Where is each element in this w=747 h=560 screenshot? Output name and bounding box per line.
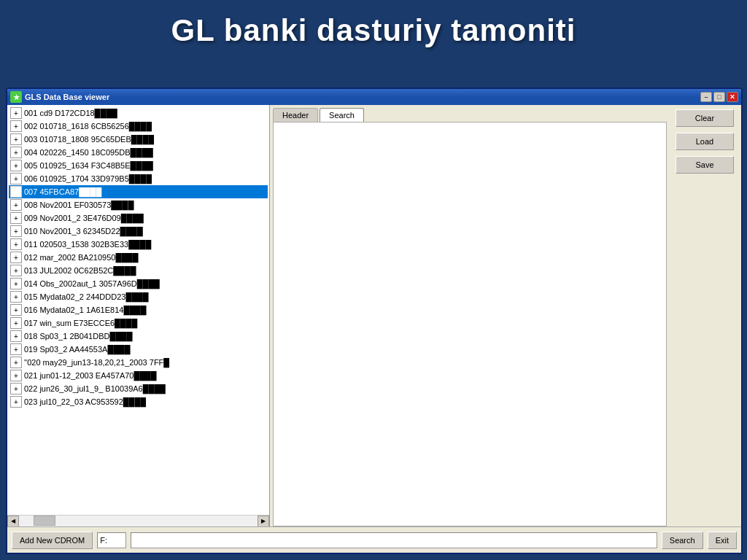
tree-item-label: 017 win_sum E73ECCE6████	[24, 319, 137, 327]
expand-icon[interactable]: +	[10, 133, 22, 145]
tree-item[interactable]: +005 010925_1634 F3C48B5E████	[9, 159, 268, 172]
add-cdrom-button[interactable]: Add New CDROM	[12, 532, 93, 549]
expand-icon[interactable]: +	[10, 278, 22, 289]
tree-item[interactable]: +006 010925_1704 33D979B5████	[9, 172, 268, 185]
expand-icon[interactable]: +	[10, 291, 22, 303]
scroll-thumb[interactable]	[34, 516, 55, 526]
app-icon: ★	[10, 91, 22, 103]
expand-icon[interactable]: +	[10, 396, 22, 408]
tree-item[interactable]: +016 Mydata02_1 1A61E814████	[9, 303, 268, 316]
expand-icon[interactable]: +	[10, 357, 22, 368]
tree-item-label: 006 010925_1704 33D979B5████	[24, 174, 152, 183]
tree-item[interactable]: +017 win_sum E73ECCE6████	[9, 316, 268, 330]
expand-icon[interactable]: +	[10, 173, 22, 184]
tab-search[interactable]: Search	[320, 108, 364, 122]
save-button[interactable]: Save	[676, 156, 734, 174]
tree-item-label: 002 010718_1618 6CB56256████	[24, 122, 152, 131]
clear-button[interactable]: Clear	[676, 109, 734, 127]
title-bar-left: ★ GLS Data Base viewer	[10, 91, 109, 103]
expand-icon[interactable]: +	[10, 147, 22, 158]
window-controls: – □ ✕	[700, 92, 738, 102]
tree-item[interactable]: +002 010718_1618 6CB56256████	[9, 120, 268, 133]
load-button[interactable]: Load	[676, 133, 734, 150]
expand-icon[interactable]: +	[10, 252, 22, 263]
app-window: ★ GLS Data Base viewer – □ ✕ +001 cd9 D1…	[6, 88, 743, 554]
right-buttons-panel: Clear Load Save	[668, 105, 741, 526]
bottom-bar: Add New CDROM Search Exit	[7, 526, 741, 553]
tree-item-label: 014 Obs_2002aut_1 3057A96D████	[24, 279, 160, 288]
expand-icon[interactable]: +	[10, 330, 22, 342]
tree-item[interactable]: +014 Obs_2002aut_1 3057A96D████	[9, 277, 268, 290]
tree-item-label: 008 Nov2001 EF030573████	[24, 201, 133, 209]
tree-item-label: 004 020226_1450 18C095DB████	[24, 148, 153, 157]
tree-item-label: 013 JUL2002 0C62B52C████	[24, 266, 136, 275]
window-title: GLS Data Base viewer	[25, 93, 109, 101]
tree-item-label: 016 Mydata02_1 1A61E814████	[24, 306, 147, 314]
title-banner: GL banki dasturiy tamoniti	[0, 0, 747, 58]
tree-item[interactable]: +011 020503_1538 302B3E33████	[9, 238, 268, 251]
tree-item[interactable]: +015 Mydata02_2 244DDD23████	[9, 290, 268, 303]
expand-icon[interactable]: +	[10, 186, 22, 198]
drive-input[interactable]	[97, 532, 126, 548]
tree-item-label: 018 Sp03_1 2B041DBD████	[24, 332, 133, 341]
expand-icon[interactable]: +	[10, 238, 22, 250]
tree-item[interactable]: +010 Nov2001_3 62345D22████	[9, 225, 268, 238]
left-panel: +001 cd9 D172CD18████+002 010718_1618 6C…	[7, 105, 270, 526]
expand-icon[interactable]: +	[10, 304, 22, 316]
tree-container[interactable]: +001 cd9 D172CD18████+002 010718_1618 6C…	[7, 105, 269, 515]
tab-header[interactable]: Header	[273, 108, 318, 122]
tree-item-label: 001 cd9 D172CD18████	[24, 109, 117, 117]
search-input[interactable]	[131, 532, 657, 548]
tree-item[interactable]: +022 jun26_30_jul1_9_ B10039A6████	[9, 382, 268, 395]
tree-item[interactable]: +007 45FBCA87████	[9, 185, 268, 198]
tree-item-label: 023 jul10_22_03 AC953592████	[24, 397, 146, 406]
content-area	[273, 122, 667, 526]
tree-item-label: 007 45FBCA87████	[24, 187, 101, 196]
horizontal-scrollbar[interactable]: ◀ ▶	[7, 515, 269, 526]
tree-item-label: 010 Nov2001_3 62345D22████	[24, 227, 143, 236]
exit-button[interactable]: Exit	[708, 532, 737, 549]
close-button[interactable]: ✕	[727, 92, 738, 102]
expand-icon[interactable]: +	[10, 343, 22, 355]
tree-item-label: 012 mar_2002 BA210950████	[24, 253, 139, 262]
tree-item-label: 022 jun26_30_jul1_9_ B10039A6████	[24, 384, 166, 393]
tab-bar: Header Search	[273, 108, 667, 122]
expand-icon[interactable]: +	[10, 160, 22, 171]
tree-item[interactable]: +019 Sp03_2 AA44553A████	[9, 343, 268, 356]
expand-icon[interactable]: +	[10, 317, 22, 329]
expand-icon[interactable]: +	[10, 199, 22, 211]
tree-item-label: 021 jun01-12_2003 EA457A70████	[24, 371, 157, 380]
scroll-track[interactable]	[19, 516, 258, 526]
expand-icon[interactable]: +	[10, 265, 22, 276]
main-content: +001 cd9 D172CD18████+002 010718_1618 6C…	[7, 105, 741, 526]
tree-item[interactable]: +004 020226_1450 18C095DB████	[9, 146, 268, 159]
tree-item[interactable]: +013 JUL2002 0C62B52C████	[9, 264, 268, 277]
maximize-button[interactable]: □	[713, 92, 725, 102]
title-bar: ★ GLS Data Base viewer – □ ✕	[7, 89, 741, 105]
expand-icon[interactable]: +	[10, 107, 22, 119]
expand-icon[interactable]: +	[10, 120, 22, 132]
scroll-right-button[interactable]: ▶	[258, 516, 269, 527]
expand-icon[interactable]: +	[10, 212, 22, 224]
tree-item-label: 005 010925_1634 F3C48B5E████	[24, 161, 153, 170]
search-button[interactable]: Search	[662, 532, 703, 549]
expand-icon[interactable]: +	[10, 370, 22, 381]
tree-item-label: 019 Sp03_2 AA44553A████	[24, 345, 131, 354]
tree-item-label: ''020 may29_jun13-18,20,21_2003 7FF█	[24, 358, 169, 367]
expand-icon[interactable]: +	[10, 383, 22, 394]
tree-item[interactable]: +021 jun01-12_2003 EA457A70████	[9, 369, 268, 382]
tree-item-label: 011 020503_1538 302B3E33████	[24, 240, 151, 249]
tree-item[interactable]: +001 cd9 D172CD18████	[9, 106, 268, 120]
expand-icon[interactable]: +	[10, 225, 22, 237]
tree-item[interactable]: +012 mar_2002 BA210950████	[9, 251, 268, 264]
tree-item[interactable]: +009 Nov2001_2 3E476D09████	[9, 211, 268, 225]
tree-item[interactable]: +003 010718_1808 95C65DEB████	[9, 133, 268, 146]
tree-item-label: 015 Mydata02_2 244DDD23████	[24, 292, 149, 301]
tree-item[interactable]: +023 jul10_22_03 AC953592████	[9, 395, 268, 408]
minimize-button[interactable]: –	[700, 92, 712, 102]
tree-item[interactable]: +''020 may29_jun13-18,20,21_2003 7FF█	[9, 356, 268, 369]
tree-item-label: 003 010718_1808 95C65DEB████	[24, 135, 154, 144]
tree-item[interactable]: +008 Nov2001 EF030573████	[9, 198, 268, 211]
tree-item[interactable]: +018 Sp03_1 2B041DBD████	[9, 330, 268, 343]
scroll-left-button[interactable]: ◀	[7, 516, 19, 527]
